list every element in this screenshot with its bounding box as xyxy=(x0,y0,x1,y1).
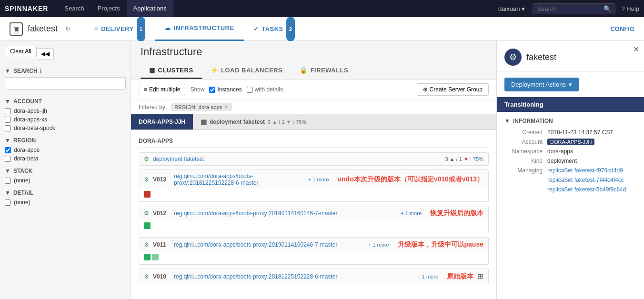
account-label-spock: dora-beta-spock xyxy=(14,125,55,131)
sg-more-v013[interactable]: + 1 more xyxy=(308,177,329,182)
sg-name-v012[interactable]: reg.qiniu.com/dora-apps/boots-proxy:2019… xyxy=(174,210,397,217)
nav-projects[interactable]: Projects xyxy=(91,0,127,17)
cluster-tab-jjh[interactable]: DORA-APPS-JJH xyxy=(131,114,193,130)
account-checkbox-jjh[interactable] xyxy=(5,108,11,114)
detail-section-label: DETAIL xyxy=(13,189,33,196)
panel-app-icon: ⚙ xyxy=(504,49,522,66)
app-bar: ▣ faketest ↻ ≡ DELIVERY 1 ☁ INFRASTRUCTU… xyxy=(0,17,644,41)
user-menu[interactable]: daixuan ▾ xyxy=(498,5,525,12)
refresh-icon[interactable]: ↻ xyxy=(65,25,70,32)
sidebar-section-detail[interactable]: ▼ DETAIL xyxy=(5,189,126,196)
info-row-kind: Kind deployment xyxy=(504,158,636,164)
tab-load-balancers[interactable]: ⚡ LOAD BALANCERS xyxy=(202,63,292,79)
server-group-faketest-header: ⚙ deployment faketest 3 ▲ / 1 ▼ : 75% xyxy=(139,152,489,166)
help-link[interactable]: ? Help xyxy=(621,5,639,12)
region-checkbox-dora-apps[interactable] xyxy=(5,147,11,153)
instances-checkbox[interactable] xyxy=(209,87,215,93)
filter-remove-icon[interactable]: ✕ xyxy=(224,104,228,110)
nav-infrastructure[interactable]: ☁ INFRASTRUCTURE xyxy=(155,17,243,41)
sidebar-section-stack[interactable]: ▼ STACK xyxy=(5,168,126,174)
region-section-label: REGION xyxy=(13,137,36,144)
sidebar-section-region[interactable]: ▼ REGION xyxy=(5,137,126,144)
cluster-tab-faketest[interactable]: ▦ deployment faketest 3 ▲ / 1 ▼ : 75% xyxy=(193,114,314,130)
stack-section-label: STACK xyxy=(13,168,32,174)
instance-block-red-v013 xyxy=(144,191,151,198)
info-value-replica1[interactable]: replicaSet faketest-7f44c4f4cc xyxy=(547,177,624,183)
delivery-label: DELIVERY xyxy=(101,17,134,41)
stack-checkbox-none[interactable] xyxy=(5,178,11,184)
sg-version-v012: V012 xyxy=(153,210,170,217)
instance-bar-v012 xyxy=(139,220,488,233)
tab-clusters[interactable]: ▦ CLUSTERS xyxy=(141,63,202,79)
clear-all-button[interactable]: Clear All xyxy=(5,46,37,57)
instance-bar-v011 xyxy=(139,252,488,264)
nav-delivery[interactable]: ≡ DELIVERY 1 xyxy=(85,17,155,41)
panel-app-name: faketest xyxy=(526,52,556,62)
deployment-actions-chevron: ▾ xyxy=(569,81,572,88)
sidebar-section-account[interactable]: ▼ ACCOUNT xyxy=(5,98,126,105)
close-panel-button[interactable]: ✕ xyxy=(633,45,639,54)
info-value-replica2[interactable]: replicaSet faketest-5b49f9c64d xyxy=(547,186,626,193)
nav-tasks[interactable]: ✓ TASKS 2 xyxy=(244,17,305,41)
collapse-sidebar-button[interactable]: ◀◀ xyxy=(37,48,54,60)
search-info-icon: ℹ xyxy=(40,68,41,74)
sg-name-v013[interactable]: reg.qiniu.com/dora-apps/boots-proxy:2018… xyxy=(174,173,304,186)
config-link[interactable]: CONFIG xyxy=(610,25,634,32)
account-item-jjh[interactable]: dora-apps-jjh xyxy=(5,108,126,114)
search-toggle-icon: ▼ xyxy=(5,68,10,74)
detail-toggle-icon: ▼ xyxy=(5,189,10,196)
sidebar-section-search[interactable]: ▼ SEARCH ℹ xyxy=(5,68,126,74)
right-panel: ✕ ⚙ faketest Deployment Actions ▾ Transi… xyxy=(496,41,644,299)
sg-annotation-v011: 升级版本，升级中可以pause xyxy=(398,240,483,249)
sg-name-v011[interactable]: reg.qiniu.com/dora-apps/boots-proxy:2019… xyxy=(174,241,364,248)
transitioning-header: Transitioning xyxy=(497,97,644,112)
region-checkbox-dora-beta[interactable] xyxy=(5,156,11,162)
region-item-dora-beta[interactable]: dora-beta xyxy=(5,155,126,162)
account-item-spock[interactable]: dora-beta-spock xyxy=(5,125,126,131)
tab-firewalls[interactable]: 🔒 FIREWALLS xyxy=(291,63,357,79)
sg-name-v010[interactable]: reg.qiniu.com/dora-apps/boots-proxy:2018… xyxy=(174,273,413,280)
sg-icon-v013: ⚙ xyxy=(144,176,149,183)
filter-tag: REGION: dora-apps ✕ xyxy=(171,103,232,111)
account-item-xs[interactable]: dora-apps-xs xyxy=(5,116,126,123)
with-details-checkbox-label[interactable]: with details xyxy=(247,86,283,93)
stack-item-none[interactable]: (none) xyxy=(5,177,126,184)
sg-more-v012[interactable]: + 1 more xyxy=(401,210,422,216)
sg-header-v010: ⚙ V010 reg.qiniu.com/dora-apps/boots-pro… xyxy=(139,269,488,284)
sg-more-v010[interactable]: + 1 more xyxy=(417,274,438,279)
info-section-header[interactable]: ▼ INFORMATION xyxy=(504,118,636,124)
sg-more-v011[interactable]: + 1 more xyxy=(368,242,389,248)
detail-checkbox-none[interactable] xyxy=(5,199,11,206)
edit-multiple-button[interactable]: ≡ Edit multiple xyxy=(139,84,185,95)
account-checkbox-xs[interactable] xyxy=(5,117,11,123)
with-details-checkbox[interactable] xyxy=(247,87,253,93)
sg-version-v011: V011 xyxy=(153,241,170,248)
nav-search[interactable]: Search xyxy=(58,0,91,17)
app-navigation: ≡ DELIVERY 1 ☁ INFRASTRUCTURE ✓ TASKS 2 xyxy=(85,17,610,41)
detail-item-none[interactable]: (none) xyxy=(5,199,126,206)
sidebar-search-input[interactable] xyxy=(5,77,126,90)
region-item-dora-apps[interactable]: dora-apps xyxy=(5,147,126,153)
nav-applications[interactable]: Applications xyxy=(127,0,173,17)
user-name: daixuan xyxy=(498,5,520,12)
delivery-icon: ≡ xyxy=(94,17,98,41)
top-search-input[interactable] xyxy=(537,5,604,12)
create-server-label: Create Server Group xyxy=(430,86,483,93)
info-value-kind: deployment xyxy=(547,158,577,164)
sg-name-faketest[interactable]: deployment faketest xyxy=(153,156,442,162)
infrastructure-title: Infrastructure xyxy=(141,46,487,58)
info-value-namespace: dora-apps xyxy=(547,148,573,155)
instances-checkbox-label[interactable]: Instances xyxy=(209,86,242,93)
firewall-tab-label: FIREWALLS xyxy=(311,67,349,74)
info-value-managing[interactable]: replicaSet faketest-f976cd4d9 xyxy=(547,167,623,174)
region-label-dora-beta: dora-beta xyxy=(14,155,38,162)
content-area: Infrastructure ▦ CLUSTERS ⚡ LOAD BALANCE… xyxy=(131,41,496,299)
deployment-actions-button[interactable]: Deployment Actions ▾ xyxy=(504,78,579,91)
account-checkbox-spock[interactable] xyxy=(5,125,11,131)
create-server-group-button[interactable]: ⊕ Create Server Group xyxy=(417,83,489,96)
top-search-box[interactable]: 🔍 xyxy=(533,3,615,14)
sg-action-icon-v010[interactable]: ⊞ xyxy=(477,272,483,281)
info-label-kind: Kind xyxy=(504,158,543,164)
sg-annotation-v010: 原始版本 xyxy=(447,272,473,281)
info-section: ▼ INFORMATION Created 2018-11-23 14:37:5… xyxy=(497,112,644,201)
